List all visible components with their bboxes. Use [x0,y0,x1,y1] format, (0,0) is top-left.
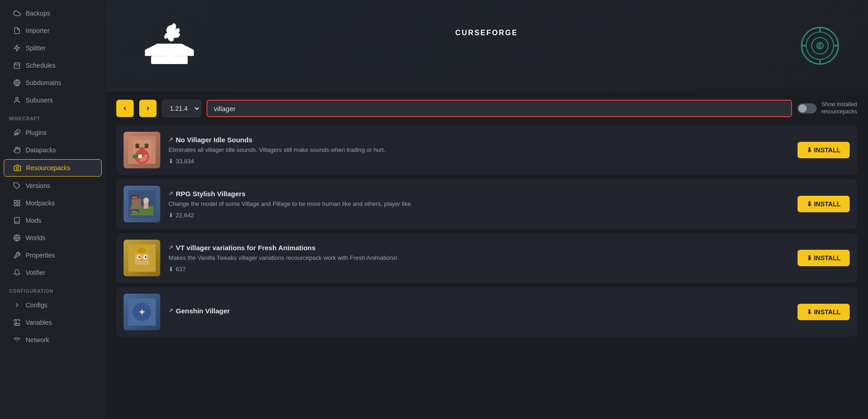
pack-info-4: ↗ Genshin Villager [168,307,789,317]
sidebar-item-datapacks[interactable]: Datapacks [4,142,102,158]
external-link-icon-1: ↗ [168,136,173,143]
banner: CURSEFORGE ¢ [105,0,868,91]
svg-point-10 [16,167,18,169]
sidebar-item-properties[interactable]: Properties [4,247,102,263]
pack-info-1: ↗ No Villager Idle Sounds Eliminates all… [168,136,789,165]
sidebar-item-subusers[interactable]: Subusers [4,92,102,108]
svg-point-56 [145,256,146,258]
external-link-icon-2: ↗ [168,190,173,197]
variables-icon [13,318,21,327]
globe-icon [13,79,21,87]
show-installed-toggle-wrap: Show installedresourcepacks [797,101,857,115]
sidebar-label-properties: Properties [26,252,55,259]
install-button-3[interactable]: ⬇ INSTALL [797,250,850,266]
version-select[interactable]: 1.21.4 [162,100,201,117]
banner-title: CURSEFORGE [456,29,518,37]
pack-downloads-3: ⬇ 637 [168,266,789,273]
svg-rect-38 [138,155,142,158]
book-icon [13,216,21,225]
sidebar-item-configs[interactable]: Configs [4,297,102,313]
sidebar-item-modpacks[interactable]: Modpacks [4,195,102,211]
pack-item-1: ↗ No Villager Idle Sounds Eliminates all… [116,125,857,175]
pack-info-2: ↗ RPG Stylish Villagers Change the model… [168,190,789,219]
minecraft-section-label: MINECRAFT [0,109,105,124]
pack-thumb-3 [124,240,160,276]
svg-point-51 [137,248,146,253]
import-icon [13,27,21,35]
pack-name-2: ↗ RPG Stylish Villagers [168,190,789,198]
sidebar-item-mods[interactable]: Mods [4,212,102,229]
wrench-icon [13,251,21,259]
sidebar-label-mods: Mods [26,217,41,224]
svg-point-55 [138,256,140,258]
svg-rect-14 [17,204,20,206]
curseforge-logo-left [133,21,206,71]
cloud-icon [13,9,21,17]
svg-marker-0 [14,45,20,51]
sidebar-label-worlds: Worlds [26,234,45,242]
main-content: CURSEFORGE ¢ [105,0,868,419]
svg-rect-1 [14,63,20,69]
svg-rect-12 [14,200,16,203]
sidebar-item-worlds[interactable]: Worlds [4,230,102,246]
curseforge-logo-right: ¢ [799,25,841,66]
pack-item-2: Styli Villag ↗ RPG Stylish Villagers Cha… [116,179,857,229]
search-input[interactable] [214,105,785,113]
pack-list: ↗ No Villager Idle Sounds Eliminates all… [105,125,868,419]
install-button-1[interactable]: ⬇ INSTALL [797,142,850,158]
pack-thumb-2: Styli Villag [124,186,160,222]
show-installed-toggle[interactable] [797,103,817,113]
back-button[interactable] [116,100,134,117]
calendar-icon [13,61,21,70]
modpacks-icon [13,199,21,207]
sidebar: Backups Importer Splitter Schedules [0,0,105,419]
sidebar-item-importer[interactable]: Importer [4,22,102,39]
sidebar-label-importer: Importer [26,27,49,34]
svg-point-44 [143,198,149,203]
sidebar-item-plugins[interactable]: Plugins [4,124,102,141]
network-icon [13,336,21,344]
configuration-section-label: CONFIGURATION [0,281,105,296]
pack-item-4: ✦ ↗ Genshin Villager ⬇ INSTALL [116,287,857,337]
svg-rect-13 [17,200,20,203]
svg-text:Villag: Villag [131,210,137,213]
sidebar-label-splitter: Splitter [26,44,46,52]
sidebar-item-votifier[interactable]: Votifier [4,264,102,281]
sidebar-label-subdomains: Subdomains [26,79,61,86]
download-icon-3: ⬇ [168,266,174,273]
puzzle-icon [13,129,21,137]
sidebar-label-backups: Backups [26,10,50,17]
camera-icon [13,164,22,172]
worlds-icon [13,234,21,242]
sidebar-label-versions: Versions [26,182,50,189]
install-button-2[interactable]: ⬇ INSTALL [797,196,850,212]
svg-rect-37 [133,155,138,158]
sidebar-item-variables[interactable]: Variables [4,314,102,331]
pack-name-1: ↗ No Villager Idle Sounds [168,136,789,144]
svg-text:¢: ¢ [818,42,822,50]
pack-thumb-1 [124,132,160,168]
sidebar-item-network[interactable]: Network [4,332,102,348]
sidebar-label-subusers: Subusers [26,97,53,104]
svg-point-7 [16,97,18,100]
sidebar-item-resourcepacks[interactable]: Resourcepacks [4,159,102,177]
sidebar-label-variables: Variables [26,319,52,326]
sidebar-label-datapacks: Datapacks [26,146,56,154]
svg-rect-41 [132,199,141,209]
sidebar-label-network: Network [26,336,49,344]
pack-downloads-1: ⬇ 33,834 [168,158,789,165]
sidebar-item-splitter[interactable]: Splitter [4,40,102,56]
install-button-4[interactable]: ⬇ INSTALL [797,304,850,320]
sidebar-item-schedules[interactable]: Schedules [4,57,102,74]
pack-downloads-2: ⬇ 22,642 [168,212,789,219]
sidebar-item-subdomains[interactable]: Subdomains [4,75,102,91]
download-icon-2: ⬇ [168,212,174,219]
svg-rect-32 [145,144,148,148]
sidebar-item-versions[interactable]: Versions [4,177,102,194]
hand-icon [13,146,21,154]
sidebar-label-votifier: Votifier [26,269,45,276]
pack-desc-2: Change the model of some Village and Pil… [168,200,789,207]
search-box [206,100,792,117]
forward-button[interactable] [139,100,157,117]
sidebar-item-backups[interactable]: Backups [4,5,102,21]
